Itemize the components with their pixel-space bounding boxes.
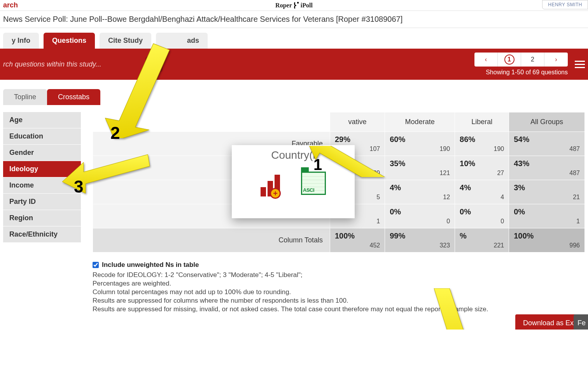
- footnote-line: Column total percentages may not add up …: [93, 288, 585, 296]
- demo-party-id[interactable]: Party ID: [3, 194, 81, 210]
- pager-page-1[interactable]: 1: [498, 53, 521, 67]
- pager: ‹ 1 2 › Showing 1-50 of 69 questions: [474, 53, 568, 76]
- data-cell: 86%190: [455, 132, 509, 156]
- data-cell: 0%0: [385, 204, 455, 228]
- subtab-crosstabs[interactable]: Crosstabs: [47, 89, 100, 105]
- col-header-all-groups: All Groups: [509, 112, 585, 132]
- hamburger-menu[interactable]: [575, 61, 585, 68]
- data-cell: 3%21: [509, 180, 585, 204]
- footnote-line: Percentages are weighted.: [93, 280, 585, 288]
- svg-marker-4: [434, 288, 485, 330]
- data-cell: 54%487: [509, 132, 585, 156]
- data-cell: 35%121: [385, 156, 455, 180]
- data-cell: 100%452: [330, 228, 385, 252]
- study-title: News Service Poll: June Poll--Bowe Bergd…: [0, 11, 588, 28]
- data-cell: 60%190: [385, 132, 455, 156]
- data-cell: 100%996: [509, 228, 585, 252]
- svg-point-0: [297, 2, 299, 4]
- data-cell: 0%0: [455, 204, 509, 228]
- data-cell: %221: [455, 228, 509, 252]
- data-cell: 10%27: [455, 156, 509, 180]
- col-header-liberal: Liberal: [455, 112, 509, 132]
- data-cell: 43%487: [509, 156, 585, 180]
- demo-region[interactable]: Region: [3, 210, 81, 226]
- brand-left: arch: [3, 1, 18, 9]
- data-cell: 4%12: [385, 180, 455, 204]
- pager-status: Showing 1-50 of 69 questions: [486, 69, 568, 76]
- annotation-label-3: 3: [74, 177, 83, 196]
- data-cell: 99%323: [385, 228, 455, 252]
- search-band: ‹ 1 2 › Showing 1-50 of 69 questions: [0, 49, 588, 80]
- annotation-label-2: 2: [110, 123, 120, 143]
- pager-next[interactable]: ›: [544, 53, 568, 67]
- feedback-tab[interactable]: Fe: [574, 314, 588, 330]
- top-bar: arch Roper iPoll HENRY SMITH: [0, 0, 588, 11]
- main-tabs: y Info Questions Cite Study ads: [0, 28, 588, 49]
- data-cell: 4%4: [455, 180, 509, 204]
- tab-study-info[interactable]: y Info: [3, 33, 39, 49]
- footnotes: Include unweighted Ns in table Recode fo…: [93, 261, 585, 313]
- demo-education[interactable]: Education: [3, 128, 81, 145]
- col-header-moderate: Moderate: [385, 112, 455, 132]
- annotation-label-1: 1: [313, 156, 322, 174]
- data-cell: 0%1: [509, 204, 585, 228]
- tab-questions[interactable]: Questions: [44, 33, 95, 49]
- pager-page-2[interactable]: 2: [521, 53, 544, 67]
- pager-prev[interactable]: ‹: [474, 53, 498, 67]
- demo-race-ethnicity[interactable]: Race/Ethnicity: [3, 226, 81, 243]
- content-area: Topline Crosstabs Age Education Gender I…: [0, 80, 588, 330]
- col-header-conservative: vative: [330, 112, 385, 132]
- include-unweighted-checkbox-label[interactable]: Include unweighted Ns in table: [93, 261, 585, 269]
- footnote-line: Results are suppressed for columns where…: [93, 297, 585, 305]
- include-unweighted-checkbox[interactable]: [93, 262, 99, 268]
- annotation-arrow-2: [103, 37, 180, 138]
- brand-center: Roper iPoll: [275, 2, 313, 9]
- svg-marker-1: [299, 146, 390, 177]
- add-to-chart-icon[interactable]: +: [261, 172, 285, 196]
- footnote-line: Recode for IDEOLOGY: 1-2 "Conservative";…: [93, 271, 585, 279]
- annotation-arrow-4: [422, 288, 492, 330]
- subtab-topline[interactable]: Topline: [3, 89, 47, 105]
- footnote-line: Results are suppressed for missing, inva…: [93, 305, 585, 313]
- user-pill[interactable]: HENRY SMITH: [542, 0, 588, 9]
- row-label: Column Totals: [93, 228, 330, 252]
- demo-age[interactable]: Age: [3, 112, 81, 128]
